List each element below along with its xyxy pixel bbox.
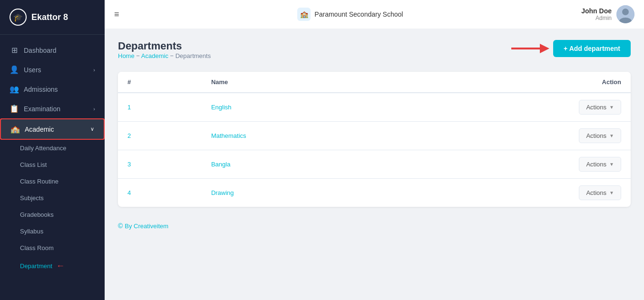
breadcrumb-academic[interactable]: Academic [141, 52, 168, 59]
sidebar: 🎓 Ekattor 8 ⊞ Dashboard 👤 Users › 👥 Admi… [0, 0, 105, 300]
admissions-icon: 👥 [10, 85, 19, 94]
actions-button[interactable]: Actions ▼ [579, 185, 621, 200]
content-area: Departments Home − Academic − Department… [105, 29, 644, 300]
dropdown-arrow-icon: ▼ [609, 105, 614, 110]
page-header: Departments Home − Academic − Department… [118, 40, 631, 69]
chevron-right-icon: › [93, 106, 95, 112]
header-center: 🏫 Paramount Secondary School [127, 8, 574, 21]
sidebar-item-class-room[interactable]: Class Room [0, 240, 105, 256]
row-action: Actions ▼ [403, 122, 631, 150]
row-action: Actions ▼ [403, 150, 631, 179]
dropdown-arrow-icon: ▼ [609, 133, 614, 138]
sidebar-item-admissions[interactable]: 👥 Admissions [0, 79, 105, 99]
departments-table-card: # Name Action 1 English Actions ▼ 2 Math… [118, 72, 631, 207]
col-name: Name [202, 72, 403, 93]
user-role: Admin [581, 15, 612, 21]
logo-text: Ekattor 8 [31, 12, 68, 22]
sidebar-item-label: Users [24, 66, 41, 74]
academic-icon: 🏫 [10, 125, 20, 134]
sidebar-item-users[interactable]: 👤 Users › [0, 60, 105, 79]
row-number: 4 [118, 179, 202, 207]
copyright-icon: © [118, 222, 123, 230]
sidebar-navigation: ⊞ Dashboard 👤 Users › 👥 Admissions 📋 Exa… [0, 35, 105, 300]
page-title-section: Departments Home − Academic − Department… [118, 40, 211, 69]
row-action: Actions ▼ [403, 179, 631, 207]
actions-button[interactable]: Actions ▼ [579, 128, 621, 143]
sidebar-item-dashboard[interactable]: ⊞ Dashboard [0, 40, 105, 60]
footer-text: By Creativeitem [125, 223, 168, 230]
svg-marker-4 [540, 44, 549, 53]
user-info: John Doe Admin [581, 7, 612, 21]
row-number: 1 [118, 93, 202, 122]
breadcrumb-current: Departments [176, 52, 211, 59]
sidebar-logo: 🎓 Ekattor 8 [0, 0, 105, 35]
school-name: Paramount Secondary School [314, 10, 403, 18]
sidebar-item-subjects[interactable]: Subjects [0, 190, 105, 206]
actions-button[interactable]: Actions ▼ [579, 157, 621, 172]
add-department-section: + Add department [511, 40, 631, 57]
row-name: Drawing [202, 179, 403, 207]
table-row: 2 Mathematics Actions ▼ [118, 122, 631, 150]
header-user: John Doe Admin [581, 5, 634, 23]
sidebar-item-label: Academic [25, 126, 54, 133]
dropdown-arrow-icon: ▼ [609, 190, 614, 195]
sidebar-item-academic[interactable]: 🏫 Academic ∨ [0, 118, 105, 140]
school-icon: 🏫 [297, 8, 311, 21]
departments-table: # Name Action 1 English Actions ▼ 2 Math… [118, 72, 631, 207]
header: ≡ 🏫 Paramount Secondary School John Doe … [105, 0, 644, 29]
add-department-arrow [511, 41, 549, 56]
user-name: John Doe [581, 7, 612, 15]
sidebar-item-class-list[interactable]: Class List [0, 156, 105, 173]
menu-icon[interactable]: ≡ [114, 10, 119, 19]
examination-icon: 📋 [10, 104, 19, 113]
breadcrumb-home[interactable]: Home [118, 52, 135, 59]
sidebar-item-gradebooks[interactable]: Gradebooks [0, 206, 105, 223]
row-number: 3 [118, 150, 202, 179]
table-row: 4 Drawing Actions ▼ [118, 179, 631, 207]
footer: © By Creativeitem [118, 218, 631, 232]
row-action: Actions ▼ [403, 93, 631, 122]
users-icon: 👤 [10, 65, 19, 74]
chevron-right-icon: › [93, 67, 95, 73]
actions-button[interactable]: Actions ▼ [579, 100, 621, 115]
table-header-row: # Name Action [118, 72, 631, 93]
table-row: 3 Bangla Actions ▼ [118, 150, 631, 179]
sidebar-item-examination[interactable]: 📋 Examination › [0, 99, 105, 118]
sidebar-item-label: Dashboard [24, 47, 57, 54]
sidebar-item-class-routine[interactable]: Class Routine [0, 173, 105, 190]
sidebar-item-daily-attendance[interactable]: Daily Attendance [0, 140, 105, 156]
add-department-button[interactable]: + Add department [553, 40, 631, 57]
svg-point-1 [622, 9, 629, 15]
sidebar-item-label: Examination [24, 105, 60, 113]
academic-sub-nav: Daily Attendance Class List Class Routin… [0, 140, 105, 276]
sidebar-item-label: Admissions [24, 86, 58, 93]
row-number: 2 [118, 122, 202, 150]
col-action: Action [403, 72, 631, 93]
dropdown-arrow-icon: ▼ [609, 162, 614, 167]
sidebar-item-syllabus[interactable]: Syllabus [0, 223, 105, 240]
row-name: Bangla [202, 150, 403, 179]
table-row: 1 English Actions ▼ [118, 93, 631, 122]
avatar [616, 5, 634, 23]
sidebar-department-arrow: ← [56, 261, 65, 271]
logo-icon: 🎓 [10, 9, 27, 26]
main-content: ≡ 🏫 Paramount Secondary School John Doe … [105, 0, 644, 300]
page-title: Departments [118, 40, 211, 52]
row-name: English [202, 93, 403, 122]
dashboard-icon: ⊞ [10, 46, 19, 55]
chevron-down-icon: ∨ [90, 126, 94, 132]
breadcrumb: Home − Academic − Departments [118, 52, 211, 59]
sidebar-item-department[interactable]: Department ← [0, 256, 105, 276]
row-name: Mathematics [202, 122, 403, 150]
col-number: # [118, 72, 202, 93]
